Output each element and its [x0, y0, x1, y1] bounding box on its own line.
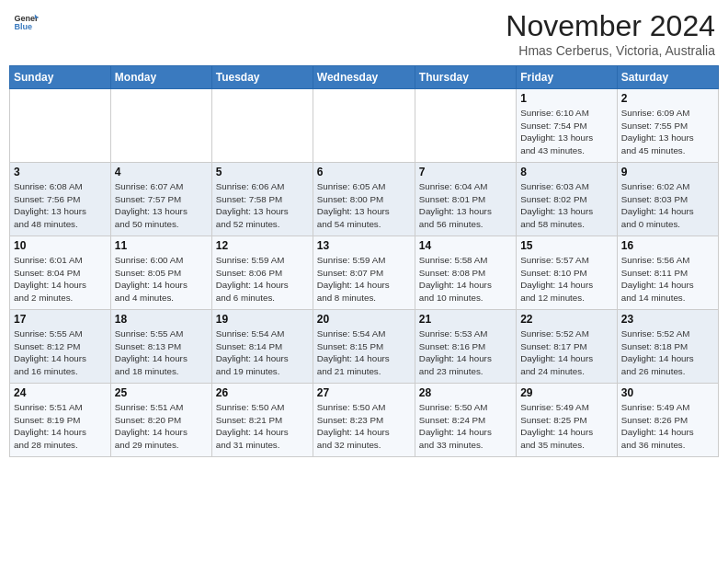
calendar-cell: 16Sunrise: 5:56 AMSunset: 8:11 PMDayligh…	[617, 236, 718, 310]
calendar-cell: 6Sunrise: 6:05 AMSunset: 8:00 PMDaylight…	[313, 163, 415, 236]
day-number: 7	[419, 166, 512, 178]
calendar-cell: 30Sunrise: 5:49 AMSunset: 8:26 PMDayligh…	[617, 384, 718, 457]
calendar-cell	[415, 89, 516, 163]
day-number: 26	[216, 386, 309, 399]
day-info: Sunrise: 5:56 AMSunset: 8:11 PMDaylight:…	[621, 254, 714, 304]
day-info: Sunrise: 6:07 AMSunset: 7:57 PMDaylight:…	[115, 180, 208, 231]
title-block: November 2024 Hmas Cerberus, Victoria, A…	[506, 9, 715, 58]
day-info: Sunrise: 5:51 AMSunset: 8:19 PMDaylight:…	[14, 401, 107, 452]
calendar-cell: 2Sunrise: 6:09 AMSunset: 7:55 PMDaylight…	[617, 89, 718, 163]
calendar-cell: 8Sunrise: 6:03 AMSunset: 8:02 PMDaylight…	[517, 163, 618, 236]
calendar-table: SundayMondayTuesdayWednesdayThursdayFrid…	[9, 65, 719, 457]
day-info: Sunrise: 6:08 AMSunset: 7:56 PMDaylight:…	[14, 180, 107, 231]
calendar-cell	[10, 89, 111, 163]
day-number: 28	[419, 386, 512, 399]
calendar-cell: 5Sunrise: 6:06 AMSunset: 7:58 PMDaylight…	[211, 163, 313, 236]
day-number: 1	[520, 92, 613, 105]
day-number: 22	[520, 313, 613, 326]
calendar-cell: 29Sunrise: 5:49 AMSunset: 8:25 PMDayligh…	[517, 384, 618, 457]
calendar-cell: 7Sunrise: 6:04 AMSunset: 8:01 PMDaylight…	[415, 163, 516, 236]
day-info: Sunrise: 6:10 AMSunset: 7:54 PMDaylight:…	[520, 107, 613, 157]
day-info: Sunrise: 6:04 AMSunset: 8:01 PMDaylight:…	[419, 180, 512, 231]
weekday-header-tuesday: Tuesday	[211, 66, 313, 89]
calendar-cell	[211, 89, 313, 163]
day-number: 11	[115, 239, 208, 252]
day-info: Sunrise: 5:54 AMSunset: 8:15 PMDaylight:…	[317, 327, 411, 378]
calendar-cell: 12Sunrise: 5:59 AMSunset: 8:06 PMDayligh…	[211, 236, 313, 310]
day-number: 8	[520, 166, 613, 178]
weekday-header-saturday: Saturday	[617, 66, 718, 89]
calendar-cell: 18Sunrise: 5:55 AMSunset: 8:13 PMDayligh…	[110, 310, 211, 384]
day-info: Sunrise: 5:53 AMSunset: 8:16 PMDaylight:…	[419, 327, 512, 378]
day-number: 27	[317, 386, 411, 399]
day-number: 18	[115, 313, 208, 326]
calendar-cell: 28Sunrise: 5:50 AMSunset: 8:24 PMDayligh…	[415, 384, 516, 457]
calendar-week-2: 3Sunrise: 6:08 AMSunset: 7:56 PMDaylight…	[10, 163, 719, 236]
calendar-cell: 23Sunrise: 5:52 AMSunset: 8:18 PMDayligh…	[617, 310, 718, 384]
logo: General Blue	[13, 9, 39, 35]
calendar-cell: 10Sunrise: 6:01 AMSunset: 8:04 PMDayligh…	[10, 236, 111, 310]
weekday-header-monday: Monday	[110, 66, 211, 89]
calendar-cell: 22Sunrise: 5:52 AMSunset: 8:17 PMDayligh…	[517, 310, 618, 384]
calendar-cell: 3Sunrise: 6:08 AMSunset: 7:56 PMDaylight…	[10, 163, 111, 236]
day-info: Sunrise: 5:54 AMSunset: 8:14 PMDaylight:…	[216, 327, 309, 378]
calendar-cell: 27Sunrise: 5:50 AMSunset: 8:23 PMDayligh…	[313, 384, 415, 457]
day-number: 16	[621, 239, 714, 252]
month-title: November 2024	[506, 9, 715, 43]
day-number: 17	[14, 313, 107, 326]
day-number: 19	[216, 313, 309, 326]
day-number: 15	[520, 239, 613, 252]
day-number: 12	[216, 239, 309, 252]
day-info: Sunrise: 5:51 AMSunset: 8:20 PMDaylight:…	[115, 401, 208, 452]
day-info: Sunrise: 5:55 AMSunset: 8:12 PMDaylight:…	[14, 327, 107, 378]
calendar-week-1: 1Sunrise: 6:10 AMSunset: 7:54 PMDaylight…	[10, 89, 719, 163]
calendar-cell: 20Sunrise: 5:54 AMSunset: 8:15 PMDayligh…	[313, 310, 415, 384]
day-info: Sunrise: 6:03 AMSunset: 8:02 PMDaylight:…	[520, 180, 613, 231]
day-number: 4	[115, 166, 208, 178]
day-info: Sunrise: 5:52 AMSunset: 8:17 PMDaylight:…	[520, 327, 613, 378]
day-number: 5	[216, 166, 309, 178]
calendar-cell: 21Sunrise: 5:53 AMSunset: 8:16 PMDayligh…	[415, 310, 516, 384]
day-info: Sunrise: 5:58 AMSunset: 8:08 PMDaylight:…	[419, 254, 512, 304]
weekday-header-wednesday: Wednesday	[313, 66, 415, 89]
day-number: 29	[520, 386, 613, 399]
day-number: 2	[621, 92, 714, 105]
day-info: Sunrise: 5:52 AMSunset: 8:18 PMDaylight:…	[621, 327, 714, 378]
day-number: 10	[14, 239, 107, 252]
day-number: 9	[621, 166, 714, 178]
weekday-header-row: SundayMondayTuesdayWednesdayThursdayFrid…	[10, 66, 719, 89]
calendar-cell	[313, 89, 415, 163]
calendar-cell: 11Sunrise: 6:00 AMSunset: 8:05 PMDayligh…	[110, 236, 211, 310]
svg-text:Blue: Blue	[14, 22, 32, 31]
calendar-cell: 19Sunrise: 5:54 AMSunset: 8:14 PMDayligh…	[211, 310, 313, 384]
day-info: Sunrise: 6:05 AMSunset: 8:00 PMDaylight:…	[317, 180, 411, 231]
day-number: 6	[317, 166, 411, 178]
calendar-cell	[110, 89, 211, 163]
day-info: Sunrise: 5:50 AMSunset: 8:21 PMDaylight:…	[216, 401, 309, 452]
calendar-week-4: 17Sunrise: 5:55 AMSunset: 8:12 PMDayligh…	[10, 310, 719, 384]
day-info: Sunrise: 6:02 AMSunset: 8:03 PMDaylight:…	[621, 180, 714, 231]
day-info: Sunrise: 5:49 AMSunset: 8:25 PMDaylight:…	[520, 401, 613, 452]
day-number: 30	[621, 386, 714, 399]
day-number: 21	[419, 313, 512, 326]
logo-icon: General Blue	[13, 9, 39, 35]
calendar-week-3: 10Sunrise: 6:01 AMSunset: 8:04 PMDayligh…	[10, 236, 719, 310]
day-info: Sunrise: 5:50 AMSunset: 8:24 PMDaylight:…	[419, 401, 512, 452]
calendar-cell: 15Sunrise: 5:57 AMSunset: 8:10 PMDayligh…	[517, 236, 618, 310]
calendar-cell: 26Sunrise: 5:50 AMSunset: 8:21 PMDayligh…	[211, 384, 313, 457]
calendar-cell: 1Sunrise: 6:10 AMSunset: 7:54 PMDaylight…	[517, 89, 618, 163]
day-number: 13	[317, 239, 411, 252]
day-info: Sunrise: 6:01 AMSunset: 8:04 PMDaylight:…	[14, 254, 107, 304]
location-title: Hmas Cerberus, Victoria, Australia	[506, 43, 715, 58]
day-number: 24	[14, 386, 107, 399]
calendar-cell: 17Sunrise: 5:55 AMSunset: 8:12 PMDayligh…	[10, 310, 111, 384]
calendar-cell: 4Sunrise: 6:07 AMSunset: 7:57 PMDaylight…	[110, 163, 211, 236]
calendar-cell: 24Sunrise: 5:51 AMSunset: 8:19 PMDayligh…	[10, 384, 111, 457]
day-info: Sunrise: 6:00 AMSunset: 8:05 PMDaylight:…	[115, 254, 208, 304]
calendar-cell: 13Sunrise: 5:59 AMSunset: 8:07 PMDayligh…	[313, 236, 415, 310]
day-number: 25	[115, 386, 208, 399]
day-number: 3	[14, 166, 107, 178]
day-number: 14	[419, 239, 512, 252]
day-info: Sunrise: 5:50 AMSunset: 8:23 PMDaylight:…	[317, 401, 411, 452]
calendar-cell: 9Sunrise: 6:02 AMSunset: 8:03 PMDaylight…	[617, 163, 718, 236]
